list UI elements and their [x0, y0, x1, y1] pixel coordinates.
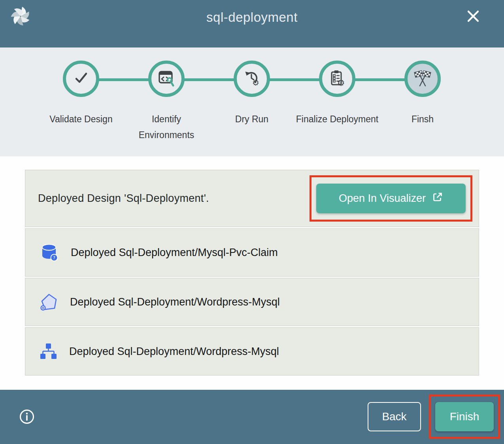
info-button[interactable] — [19, 409, 35, 425]
check-icon — [72, 68, 91, 89]
svg-text:⚙: ⚙ — [252, 78, 259, 87]
finish-flags-icon — [413, 68, 432, 89]
dialog-header: sql-deployment — [0, 0, 504, 47]
step-label: Finalize Deployment — [296, 111, 378, 127]
step-finish: Finsh — [380, 47, 465, 143]
step-circle-finalize: ⚙ — [319, 61, 355, 97]
annotation-open-in-visualizer: Open In Visualizer — [310, 175, 472, 222]
persistent-volume-icon: ? — [39, 243, 59, 262]
external-link-icon — [432, 192, 443, 205]
dialog-title: sql-deployment — [0, 0, 504, 35]
step-circle-identify — [148, 61, 185, 97]
open-in-visualizer-button[interactable]: Open In Visualizer — [316, 184, 466, 213]
result-row: ? Deployed Sql-Deployment/Mysql-Pvc-Clai… — [25, 228, 479, 277]
step-circle-finish — [404, 61, 441, 97]
svg-text:?: ? — [53, 255, 55, 260]
dialog-footer: Back Finish — [0, 390, 504, 444]
close-button[interactable] — [465, 8, 481, 25]
service-pentagon-icon — [39, 292, 58, 311]
step-finalize-deployment: ⚙ Finalize Deployment — [294, 47, 380, 143]
step-label: Finsh — [412, 111, 434, 127]
result-text: Deployed Sql-Deployment/Wordpress-Mysql — [69, 345, 279, 358]
step-label: Validate Design — [49, 111, 112, 127]
finish-button[interactable]: Finish — [435, 402, 494, 431]
back-button[interactable]: Back — [368, 402, 421, 431]
result-row: Deployed Sql-Deployment/Wordpress-Mysql — [25, 327, 479, 376]
annotation-finish: Finish — [429, 395, 500, 439]
step-validate-design: Validate Design — [38, 47, 124, 143]
svg-text:⚙: ⚙ — [337, 78, 345, 87]
info-icon — [19, 420, 35, 426]
open-in-visualizer-label: Open In Visualizer — [339, 192, 426, 205]
deployment-stepper: Validate Design Identify Environments — [0, 47, 504, 156]
step-circle-validate — [63, 61, 99, 97]
step-label: Dry Run — [235, 111, 268, 127]
step-dry-run: ⚙ Dry Run — [209, 47, 294, 143]
step-circle-dry-run: ⚙ — [234, 61, 270, 97]
result-text: Deployed Sql-Deployment/Mysql-Pvc-Claim — [71, 247, 278, 259]
summary-text: Deployed Design 'Sql-Deployment'. — [38, 192, 209, 205]
checklist-gear-icon: ⚙ — [328, 69, 346, 89]
summary-row: Deployed Design 'Sql-Deployment'. Open I… — [25, 170, 479, 227]
step-label: Identify Environments — [124, 111, 209, 143]
code-window-wrench-icon — [157, 69, 176, 89]
history-gear-icon: ⚙ — [243, 69, 261, 89]
close-x-icon — [465, 8, 481, 25]
step-identify-environments: Identify Environments — [124, 47, 209, 143]
result-row: Deployed Sql-Deployment/Wordpress-Mysql — [25, 278, 479, 326]
deployment-tree-icon — [39, 342, 57, 361]
result-text: Deployed Sql-Deployment/Wordpress-Mysql — [70, 296, 280, 308]
deployment-results: Deployed Design 'Sql-Deployment'. Open I… — [0, 156, 504, 390]
